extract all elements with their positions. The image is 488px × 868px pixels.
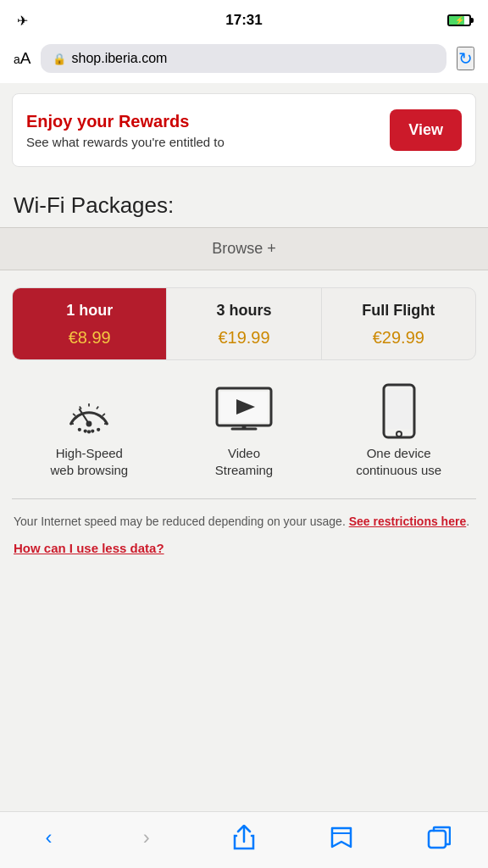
tab-fullflight[interactable]: Full Flight €29.99: [322, 288, 475, 359]
feature-video-label: VideoStreaming: [215, 445, 273, 478]
browse-label: Browse +: [212, 240, 276, 257]
speed-icon: [59, 386, 119, 437]
svg-point-9: [78, 428, 81, 431]
feature-device-label: One devicecontinuous use: [356, 445, 441, 478]
svg-rect-25: [429, 831, 446, 848]
tabs-button[interactable]: [418, 822, 460, 853]
tab-1hour[interactable]: 1 hour €8.99: [13, 288, 167, 359]
tab-3hours-label: 3 hours: [174, 302, 313, 320]
lock-icon: 🔒: [53, 53, 66, 65]
feature-speed-label: High-Speedweb browsing: [50, 445, 128, 478]
device-icon: [369, 386, 429, 437]
restrictions-link[interactable]: See restrictions here: [349, 515, 467, 528]
bookmarks-button[interactable]: [320, 822, 363, 853]
notice-period: .: [466, 515, 469, 528]
features-section: High-Speedweb browsing: [0, 377, 488, 498]
svg-rect-21: [386, 390, 412, 429]
rewards-title: Enjoy your Rewards: [26, 112, 225, 131]
share-button[interactable]: [223, 822, 265, 853]
svg-point-13: [97, 428, 100, 431]
status-time: 17:31: [225, 12, 262, 29]
svg-point-19: [241, 426, 246, 430]
svg-point-8: [86, 421, 92, 427]
notice-section: Your Internet speed may be reduced depen…: [0, 499, 488, 569]
status-right: ⚡: [447, 14, 471, 26]
tab-1hour-label: 1 hour: [19, 302, 159, 320]
back-button[interactable]: ‹: [28, 822, 70, 853]
address-bar: aA 🔒 shop.iberia.com ↻: [0, 37, 488, 83]
svg-line-1: [73, 414, 75, 416]
video-icon: [214, 386, 274, 437]
url-text: shop.iberia.com: [71, 51, 167, 66]
svg-line-4: [97, 406, 98, 409]
feature-speed: High-Speedweb browsing: [19, 386, 158, 478]
svg-point-12: [91, 429, 94, 432]
tab-fullflight-price: €29.99: [329, 328, 469, 348]
feature-video: VideoStreaming: [175, 386, 313, 478]
font-size-control[interactable]: aA: [14, 49, 30, 68]
rewards-banner: Enjoy your Rewards See what rewards you'…: [12, 93, 476, 167]
svg-point-22: [396, 431, 402, 437]
status-left: ✈: [17, 13, 28, 29]
svg-point-10: [84, 429, 87, 432]
notice-text: Your Internet speed may be reduced depen…: [14, 515, 349, 528]
tab-1hour-price: €8.99: [19, 328, 159, 348]
url-bar[interactable]: 🔒 shop.iberia.com: [41, 44, 446, 73]
rewards-subtitle: See what rewards you're entitled to: [26, 135, 225, 149]
browse-bar[interactable]: Browse +: [0, 227, 488, 270]
tab-fullflight-label: Full Flight: [329, 302, 469, 320]
font-small: a: [14, 53, 20, 66]
forward-button[interactable]: ›: [125, 822, 168, 853]
data-link[interactable]: How can I use less data?: [14, 539, 474, 559]
svg-line-5: [103, 414, 105, 416]
bottom-nav: ‹ ›: [0, 811, 488, 868]
tab-3hours-price: €19.99: [174, 328, 313, 348]
feature-device: One devicecontinuous use: [329, 386, 468, 478]
package-tabs: 1 hour €8.99 3 hours €19.99 Full Flight …: [12, 287, 476, 360]
airplane-icon: ✈: [17, 13, 28, 29]
font-large: A: [20, 49, 31, 67]
wifi-packages-title: Wi-Fi Packages:: [0, 177, 488, 227]
status-bar: ✈ 17:31 ⚡: [0, 0, 488, 37]
battery-icon: ⚡: [447, 14, 471, 26]
svg-point-11: [87, 430, 91, 433]
rewards-text: Enjoy your Rewards See what rewards you'…: [26, 112, 225, 149]
reload-button[interactable]: ↻: [457, 47, 474, 70]
tab-3hours[interactable]: 3 hours €19.99: [167, 288, 321, 359]
view-button[interactable]: View: [390, 109, 462, 151]
